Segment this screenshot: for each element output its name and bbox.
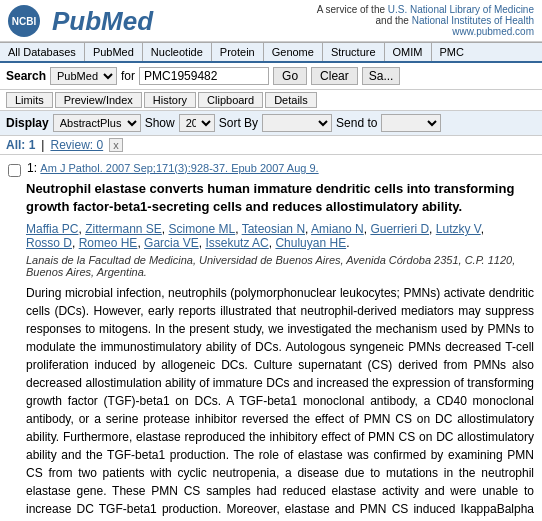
author-amiano[interactable]: Amiano N	[311, 222, 364, 236]
article-abstract: During microbial infection, neutrophils …	[26, 284, 534, 521]
display-bar: Display AbstractPlus Show 20 Sort By Sen…	[0, 111, 542, 136]
article-affiliation: Lanais de la Facultad de Medicina, Unive…	[26, 254, 534, 278]
article-header-row: 1: Am J Pathol. 2007 Sep;171(3):928-37. …	[8, 161, 534, 177]
author-maffia[interactable]: Maffia PC	[26, 222, 78, 236]
ncbi-icon: NCBI	[8, 5, 40, 37]
search-go-button[interactable]: Go	[273, 67, 307, 85]
results-all[interactable]: All: 1	[6, 138, 35, 152]
results-separator: |	[41, 138, 44, 152]
nlm-link[interactable]: U.S. National Library of Medicine	[388, 4, 534, 15]
nav-all-databases[interactable]: All Databases	[0, 43, 85, 61]
history-button[interactable]: History	[144, 92, 196, 108]
display-label: Display	[6, 116, 49, 130]
nav-omim[interactable]: OMIM	[385, 43, 432, 61]
author-garcia[interactable]: Garcia VE	[144, 236, 199, 250]
nav-pmc[interactable]: PMC	[432, 43, 472, 61]
article-authors: Maffia PC, Zittermann SE, Scimone ML, Ta…	[26, 222, 534, 250]
article-title: Neutrophil elastase converts human immat…	[26, 180, 534, 216]
nav-bar: All Databases PubMed Nucleotide Protein …	[0, 42, 542, 63]
sortby-select[interactable]	[262, 114, 332, 132]
results-x-button[interactable]: x	[109, 138, 123, 152]
sendto-label: Send to	[336, 116, 377, 130]
pubmed-url: www.pubmed.com	[452, 26, 534, 37]
limits-button[interactable]: Limits	[6, 92, 53, 108]
results-bar: All: 1 | Review: 0 x	[0, 136, 542, 155]
search-label: Search	[6, 69, 46, 83]
author-chuluyan[interactable]: Chuluyan HE	[275, 236, 346, 250]
header-logos: NCBI PubMed	[8, 5, 153, 37]
search-for-label: for	[121, 69, 135, 83]
sendto-select[interactable]	[381, 114, 441, 132]
search-database-select[interactable]: PubMed	[50, 67, 117, 85]
show-label: Show	[145, 116, 175, 130]
author-zittermann[interactable]: Zittermann SE	[85, 222, 162, 236]
article-citation-link[interactable]: Am J Pathol. 2007 Sep;171(3):928-37. Epu…	[40, 162, 318, 174]
article-checkbox[interactable]	[8, 164, 21, 177]
author-romeo[interactable]: Romeo HE	[79, 236, 138, 250]
details-button[interactable]: Details	[265, 92, 317, 108]
nih-link[interactable]: National Institutes of Health	[412, 15, 534, 26]
header-service-text: A service of the U.S. National Library o…	[317, 4, 534, 37]
pubmed-wordmark: PubMed	[52, 8, 153, 34]
nav-genome[interactable]: Genome	[264, 43, 323, 61]
preview-index-button[interactable]: Preview/Index	[55, 92, 142, 108]
display-select[interactable]: AbstractPlus	[53, 114, 141, 132]
article-container: 1: Am J Pathol. 2007 Sep;171(3):928-37. …	[0, 155, 542, 521]
ncbi-logo: NCBI	[8, 5, 44, 37]
nav-nucleotide[interactable]: Nucleotide	[143, 43, 212, 61]
nav-pubmed[interactable]: PubMed	[85, 43, 143, 61]
nav-protein[interactable]: Protein	[212, 43, 264, 61]
limits-bar: Limits Preview/Index History Clipboard D…	[0, 90, 542, 111]
header: NCBI PubMed A service of the U.S. Nation…	[0, 0, 542, 42]
pubmed-logo-box: PubMed	[52, 8, 153, 34]
show-select[interactable]: 20	[179, 114, 215, 132]
author-guerrieri[interactable]: Guerrieri D	[370, 222, 429, 236]
clipboard-button[interactable]: Clipboard	[198, 92, 263, 108]
results-review-link[interactable]: Review: 0	[50, 138, 103, 152]
author-tateosian[interactable]: Tateosian N	[242, 222, 305, 236]
sortby-label: Sort By	[219, 116, 258, 130]
search-save-button[interactable]: Sa...	[362, 67, 401, 85]
search-bar: Search PubMed for Go Clear Sa...	[0, 63, 542, 90]
search-input[interactable]	[139, 67, 269, 85]
article-content: 1: Am J Pathol. 2007 Sep;171(3):928-37. …	[27, 161, 534, 177]
article-number: 1:	[27, 161, 37, 175]
author-issekutz[interactable]: Issekutz AC	[205, 236, 268, 250]
author-scimone[interactable]: Scimone ML	[169, 222, 236, 236]
article-number-citation: 1: Am J Pathol. 2007 Sep;171(3):928-37. …	[27, 161, 534, 175]
author-lutzky[interactable]: Lutzky V	[436, 222, 481, 236]
nav-structure[interactable]: Structure	[323, 43, 385, 61]
author-rosso[interactable]: Rosso D	[26, 236, 72, 250]
search-clear-button[interactable]: Clear	[311, 67, 358, 85]
